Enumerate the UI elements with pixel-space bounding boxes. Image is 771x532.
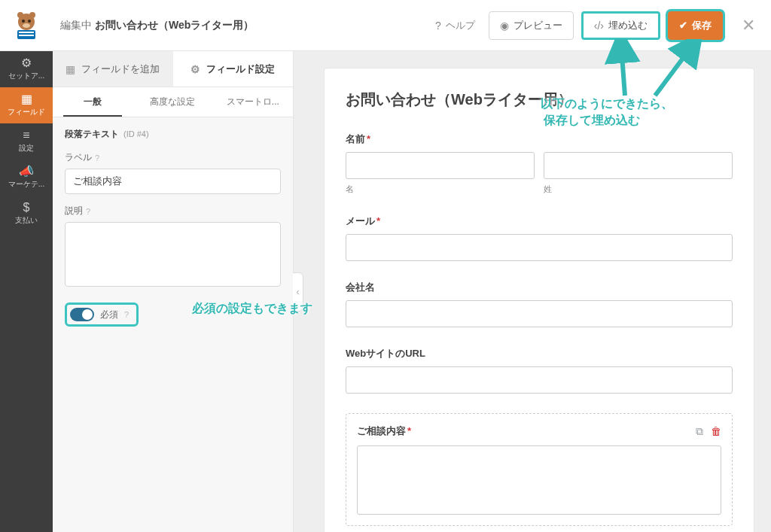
preview-label: プレビュー xyxy=(513,19,562,32)
rail-item-marketing[interactable]: 📣 マーケテ... xyxy=(0,160,53,196)
help-icon[interactable]: ? xyxy=(124,310,129,319)
preview-label-company: 会社名 xyxy=(346,281,733,294)
eye-icon: ◉ xyxy=(500,20,509,32)
field-action-icons: ⧉ 🗑 xyxy=(696,425,721,438)
check-icon: ✔ xyxy=(679,20,687,31)
required-caption: 必須 xyxy=(100,309,118,321)
preview-label-url: WebサイトのURL xyxy=(346,347,733,360)
rail-item-payments[interactable]: $ 支払い xyxy=(0,196,53,232)
preview-label-body: ご相談内容* xyxy=(357,424,411,438)
megaphone-icon: 📣 xyxy=(19,166,34,178)
preview-shell: ‹ お問い合わせ（Webライター用） 名前* 名 姓 メール* xyxy=(294,51,771,532)
rail-item-fields[interactable]: ▦ フィールド xyxy=(0,87,53,123)
form-preview: お問い合わせ（Webライター用） 名前* 名 姓 メール* xyxy=(324,68,754,532)
subtab-advanced[interactable]: 高度な設定 xyxy=(133,87,212,117)
rail-label: フィールド xyxy=(8,107,45,117)
fields-icon: ▦ xyxy=(21,93,32,105)
subtab-smart[interactable]: スマートロ... xyxy=(213,87,293,117)
close-icon: ✕ xyxy=(742,16,755,35)
preview-field-url[interactable]: WebサイトのURL xyxy=(346,347,733,394)
tab-options-label: フィールド設定 xyxy=(206,62,275,76)
body-textarea[interactable] xyxy=(357,445,721,515)
preview-title: お問い合わせ（Webライター用） xyxy=(346,90,733,110)
chevron-left-icon: ‹ xyxy=(297,287,300,297)
required-asterisk: * xyxy=(407,425,411,436)
first-name-sublabel: 名 xyxy=(346,184,535,195)
preview-field-mail[interactable]: メール* xyxy=(346,214,733,261)
rail-label: セットア... xyxy=(8,71,44,81)
save-button[interactable]: ✔ 保存 xyxy=(668,11,723,40)
last-name-sublabel: 姓 xyxy=(544,184,733,195)
delete-icon[interactable]: 🗑 xyxy=(711,425,721,438)
close-button[interactable]: ✕ xyxy=(735,16,762,35)
preview-label-mail: メール* xyxy=(346,214,733,228)
subtab-general[interactable]: 一般 xyxy=(53,87,133,117)
label-caption: ラベル xyxy=(65,151,92,164)
help-icon: ? xyxy=(435,20,441,32)
svg-point-1 xyxy=(17,12,23,18)
form-name: お問い合わせ（Webライター用） xyxy=(95,19,254,32)
svg-point-2 xyxy=(29,12,35,18)
help-icon[interactable]: ? xyxy=(95,154,99,163)
grid-icon: ▦ xyxy=(66,63,75,75)
sliders-icon: ⚙ xyxy=(190,63,200,75)
duplicate-icon[interactable]: ⧉ xyxy=(696,425,703,438)
field-panel: ▦ フィールドを追加 ⚙ フィールド設定 一般 高度な設定 スマートロ... 段… xyxy=(53,51,294,532)
rail-label: 支払い xyxy=(15,215,38,226)
description-input[interactable] xyxy=(65,222,281,287)
left-rail: ⚙ セットア... ▦ フィールド ≡ 設定 📣 マーケテ... $ 支払い xyxy=(0,51,53,532)
field-type-label: 段落テキスト xyxy=(65,128,119,141)
svg-rect-8 xyxy=(19,35,34,36)
label-input[interactable] xyxy=(65,169,281,194)
svg-point-5 xyxy=(23,23,30,28)
editing-label: 編集中 xyxy=(60,19,92,32)
last-name-input[interactable] xyxy=(544,152,733,179)
required-toggle[interactable] xyxy=(70,308,94,321)
panel-tabs: ▦ フィールドを追加 ⚙ フィールド設定 xyxy=(53,51,293,87)
preview-button[interactable]: ◉ プレビュー xyxy=(489,11,574,40)
description-caption: 説明 xyxy=(65,205,83,217)
label-caption-row: ラベル ? xyxy=(65,151,281,164)
rail-item-settings[interactable]: ≡ 設定 xyxy=(0,123,53,160)
embed-button[interactable]: ‹/› 埋め込む xyxy=(581,11,660,40)
company-input[interactable] xyxy=(346,300,733,327)
sub-tabs: 一般 高度な設定 スマートロ... xyxy=(53,87,293,117)
help-button[interactable]: ? ヘルプ xyxy=(429,11,481,40)
preview-field-company[interactable]: 会社名 xyxy=(346,281,733,327)
gear-icon: ⚙ xyxy=(21,57,32,69)
tab-field-options[interactable]: ⚙ フィールド設定 xyxy=(173,51,294,87)
tab-add-label: フィールドを追加 xyxy=(81,62,160,76)
embed-label: 埋め込む xyxy=(608,19,648,32)
mail-input[interactable] xyxy=(346,234,733,261)
preview-field-name[interactable]: 名前* 名 姓 xyxy=(346,132,733,195)
panel-field-heading: 段落テキスト (ID #4) xyxy=(65,128,281,141)
description-caption-row: 説明 ? xyxy=(65,205,281,217)
rail-item-setup[interactable]: ⚙ セットア... xyxy=(0,51,53,87)
rail-label: マーケテ... xyxy=(8,179,44,190)
required-asterisk: * xyxy=(376,215,380,226)
panel-body: 段落テキスト (ID #4) ラベル ? 説明 ? 必須 ? xyxy=(53,117,293,337)
required-asterisk: * xyxy=(367,133,370,144)
tab-add-field[interactable]: ▦ フィールドを追加 xyxy=(53,51,173,87)
first-name-input[interactable] xyxy=(346,152,535,179)
code-icon: ‹/› xyxy=(594,20,604,32)
svg-point-4 xyxy=(28,20,31,23)
topbar: 編集中 お問い合わせ（Webライター用） ? ヘルプ ◉ プレビュー ‹/› 埋… xyxy=(0,0,771,51)
required-row: 必須 ? xyxy=(65,302,139,327)
sliders-icon: ≡ xyxy=(23,129,29,141)
help-icon[interactable]: ? xyxy=(86,207,90,216)
url-input[interactable] xyxy=(346,366,733,394)
form-title-wrap: 編集中 お問い合わせ（Webライター用） xyxy=(60,19,254,32)
preview-field-body-selected[interactable]: ご相談内容* ⧉ 🗑 xyxy=(346,413,733,526)
svg-rect-7 xyxy=(19,32,34,33)
save-label: 保存 xyxy=(692,19,712,32)
rail-label: 設定 xyxy=(19,143,34,154)
panel-collapse-handle[interactable]: ‹ xyxy=(293,272,303,312)
app-logo xyxy=(0,0,53,51)
svg-point-3 xyxy=(22,20,25,23)
dollar-icon: $ xyxy=(23,202,30,214)
field-id-label: (ID #4) xyxy=(123,129,149,138)
help-label: ヘルプ xyxy=(446,19,475,32)
preview-label-name: 名前* xyxy=(346,132,733,146)
